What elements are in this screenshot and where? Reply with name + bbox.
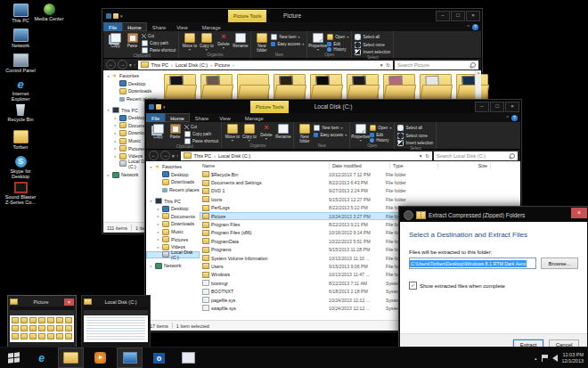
forward-icon[interactable]: → <box>160 151 170 160</box>
help-icon[interactable]: ? <box>472 24 478 30</box>
maximize-button[interactable]: □ <box>490 102 504 112</box>
taskbar-button-remote-desktop[interactable] <box>117 348 143 368</box>
ribbon-button-properties[interactable]: Properties▾ <box>310 32 325 53</box>
ribbon-button-invert-selection[interactable]: Invert selection <box>355 49 390 55</box>
quick-access-dropdown-icon[interactable]: ▾ <box>163 104 166 110</box>
tab-home[interactable]: Home <box>122 22 146 31</box>
file-row[interactable]: DVD 19/27/2013 2:24 PMFile folder <box>200 187 520 195</box>
breadcrumb-segment[interactable]: Picture <box>215 62 230 68</box>
file-row[interactable]: $Recycle.Bin10/12/2013 7:12 PMFile folde… <box>200 170 520 178</box>
expander-icon[interactable]: ▸ <box>156 207 160 211</box>
taskbar-button-internet-explorer[interactable]: e <box>29 348 54 368</box>
close-button[interactable]: × <box>505 102 519 112</box>
ribbon-button-open[interactable]: Open▾ <box>327 34 348 40</box>
ribbon-button-edit[interactable]: Edit <box>370 133 391 137</box>
ribbon-button-new-folder[interactable]: New folder <box>254 32 269 53</box>
desktop-icon-network[interactable]: Network <box>4 29 37 48</box>
desktop-icon-internet-explorer[interactable]: eInternet Explorer <box>4 78 37 102</box>
minimize-button[interactable]: – <box>436 11 450 21</box>
up-icon[interactable]: ↑ <box>134 62 136 68</box>
expander-icon[interactable]: ▸ <box>156 237 160 241</box>
folder-thumbnail[interactable] <box>383 74 415 102</box>
expander-icon[interactable]: ▾ <box>149 165 153 169</box>
tab-home[interactable]: Home <box>165 113 189 122</box>
sidebar-item-downloads[interactable]: Downloads <box>146 178 200 186</box>
close-icon[interactable]: × <box>64 298 74 306</box>
minimize-button[interactable]: – <box>475 102 489 112</box>
destination-path-input[interactable]: C:\Users\Torben\Desktop\Windows 8.1 RTM … <box>409 258 536 269</box>
sidebar-item-downloads[interactable]: ▸Downloads <box>146 220 200 228</box>
checkbox-check-icon[interactable]: ✓ <box>409 282 417 290</box>
ribbon-button-properties[interactable]: Properties▾ <box>353 123 368 143</box>
sidebar-item-network[interactable]: ▸Network <box>146 262 200 270</box>
expander-icon[interactable]: ▾ <box>106 108 110 112</box>
column-header-date-modified[interactable]: Date modified <box>330 162 390 169</box>
search-input[interactable]: Search Local Disk (C:) <box>434 151 518 160</box>
ribbon-button-open[interactable]: Open▾ <box>370 125 391 131</box>
breadcrumb[interactable]: This PC›Local Disk (C:)▾↻ <box>181 151 432 160</box>
collapse-ribbon-icon[interactable]: ^ <box>467 24 470 29</box>
breadcrumb[interactable]: This PC›Local Disk (C:)›Picture›▾↻ <box>138 61 393 70</box>
sidebar-item-local-disk-c-[interactable]: Local Disk (C:) <box>146 251 200 259</box>
sidebar-item-this-pc[interactable]: ▾This PC <box>146 197 200 205</box>
desktop-icon-this-pc[interactable]: This PC <box>4 4 37 23</box>
back-icon[interactable]: ← <box>106 60 116 70</box>
sidebar-item-recent-places[interactable]: Recent places <box>146 186 200 194</box>
sidebar-item-music[interactable]: ▸Music <box>146 228 200 236</box>
sidebar-item-desktop[interactable]: Desktop <box>146 171 200 179</box>
sidebar-item-pictures[interactable]: ▸Pictures <box>146 235 200 243</box>
expander-icon[interactable]: ▸ <box>113 123 118 127</box>
taskbar-button-people[interactable] <box>176 348 201 368</box>
breadcrumb-segment[interactable]: This PC <box>194 153 212 159</box>
help-icon[interactable]: ? <box>511 115 518 121</box>
contextual-tab-header[interactable]: Picture Tools <box>250 101 289 113</box>
sidebar-item-documents[interactable]: ▸Documents <box>146 213 200 221</box>
ribbon-button-select-none[interactable]: Select none <box>355 42 390 48</box>
refresh-icon[interactable]: ↻ <box>386 62 390 68</box>
taskbar-thumbnail-list[interactable]: Local Disk (C:) <box>81 295 151 349</box>
action-center-flag-icon[interactable] <box>542 355 548 362</box>
tab-manage[interactable]: Manage <box>197 22 226 31</box>
expander-icon[interactable]: ▸ <box>113 116 118 120</box>
ribbon-button-copy-to[interactable]: Copy to▾ <box>199 32 214 53</box>
tab-manage[interactable]: Manage <box>240 113 269 122</box>
address-dropdown-icon[interactable]: ▾ <box>380 62 383 68</box>
close-icon[interactable]: × <box>571 208 587 218</box>
ribbon-button-easy-access[interactable]: Easy access▾ <box>314 133 347 137</box>
taskbar-thumbnail-icons[interactable]: Picture× <box>7 295 77 349</box>
ribbon-button-paste-shortcut[interactable]: Paste shortcut <box>142 47 176 53</box>
tab-share[interactable]: Share <box>147 22 171 31</box>
expander-icon[interactable]: ▸ <box>106 173 110 177</box>
history-dropdown-icon[interactable]: ▾ <box>129 62 132 68</box>
folder-thumbnail[interactable] <box>200 74 233 102</box>
address-dropdown-icon[interactable]: ▾ <box>420 153 422 159</box>
taskbar-button-outlook[interactable]: o <box>146 348 172 368</box>
contextual-tab-header[interactable]: Picture Tools <box>228 10 266 22</box>
ribbon-button-select-all[interactable]: Select all <box>355 34 390 40</box>
expander-icon[interactable]: ▸ <box>156 245 160 249</box>
ribbon-button-delete[interactable]: ×Delete▾ <box>258 123 274 143</box>
folder-thumbnail[interactable] <box>164 74 196 102</box>
expander-icon[interactable]: ▸ <box>156 214 160 218</box>
ribbon-button-invert-selection[interactable]: Invert selection <box>397 140 433 146</box>
show-extracted-checkbox[interactable]: ✓ Show extracted files when complete <box>409 282 578 290</box>
ribbon-button-cut[interactable]: Cut <box>142 34 176 38</box>
taskbar-clock[interactable]: 12:03 PM 12/1/2013 <box>562 352 584 364</box>
ribbon-button-move-to[interactable]: Move to▾ <box>225 123 240 143</box>
desktop-icon-skype[interactable]: SSkype for Desktop <box>4 156 37 180</box>
refresh-icon[interactable]: ↻ <box>425 153 429 159</box>
column-header-name[interactable]: Name <box>200 162 330 169</box>
expander-icon[interactable]: ▸ <box>113 146 118 151</box>
search-input[interactable]: Search Picture <box>395 61 478 70</box>
ribbon-button-select-all[interactable]: Select all <box>397 125 433 131</box>
column-header-size[interactable]: Size <box>438 162 491 169</box>
ribbon-button-new-item[interactable]: New item▾ <box>271 34 304 40</box>
ribbon-button-copy-path[interactable]: Copy path <box>142 40 176 46</box>
ribbon-button-rename[interactable]: Rename <box>275 123 290 143</box>
desktop-icon-user-folder[interactable]: Torben <box>4 130 37 150</box>
show-hidden-icons-icon[interactable]: ▴ <box>535 356 537 361</box>
ribbon-button-history[interactable]: History <box>327 47 348 52</box>
taskbar-button-media-player[interactable] <box>87 348 113 368</box>
expander-icon[interactable]: ▸ <box>113 131 118 135</box>
quick-access-dropdown-icon[interactable]: ▾ <box>120 13 123 19</box>
